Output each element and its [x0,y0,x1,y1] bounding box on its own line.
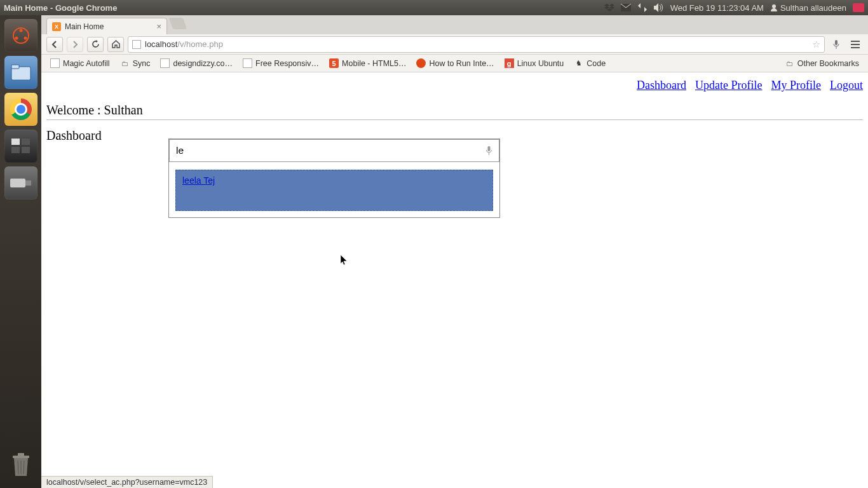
bookmark-free-responsive[interactable]: Free Responsiv… [239,57,323,70]
launcher-chrome[interactable] [4,93,37,126]
page-nav: Dashboard Update Profile My Profile Logo… [637,79,863,92]
tab-close-icon[interactable]: × [156,22,161,31]
other-bookmarks[interactable]: 🗀Other Bookmarks [781,57,863,70]
bookmarks-bar: Magic Autofill 🗀Sync designdizzy.co… Fre… [41,55,868,72]
svg-rect-15 [18,453,24,456]
svg-rect-23 [488,146,491,151]
search-input[interactable] [176,140,480,161]
autocomplete-item[interactable]: leela Tej [175,170,493,211]
system-tray: Wed Feb 19 11:23:04 AM Sulthan allaudeen [604,3,864,13]
html5-icon: 5 [329,58,339,68]
launcher-files[interactable] [4,56,37,89]
svg-rect-21 [851,44,860,45]
status-bar: localhost/v/select_ac.php?username=vmc12… [41,476,213,488]
launcher-dash-home[interactable] [4,19,37,52]
autocomplete-link[interactable]: leela Tej [182,175,215,186]
nav-dashboard[interactable]: Dashboard [637,79,686,92]
page-icon [160,58,170,68]
xampp-favicon-icon: X [52,22,61,31]
browser-toolbar: localhost/v/home.php ☆ [41,34,868,55]
browser-tab[interactable]: X Main Home × [46,18,167,34]
tab-strip: X Main Home × [41,15,868,34]
nav-update-profile[interactable]: Update Profile [695,79,762,92]
svg-rect-19 [835,40,837,45]
nav-logout[interactable]: Logout [830,79,863,92]
mic-icon[interactable] [485,146,492,156]
welcome-text: Welcome : Sulthan [46,103,143,118]
launcher-removable-device[interactable] [4,166,37,200]
bookmark-magic-autofill[interactable]: Magic Autofill [46,57,114,70]
chess-icon: ♞ [574,58,583,68]
address-bar[interactable]: localhost/v/home.php ☆ [128,36,825,53]
chrome-window: X Main Home × localhost/v/home.php ☆ [41,15,868,488]
bookmark-mobile-html5[interactable]: 5Mobile - HTML5… [325,57,410,70]
url-text: localhost/v/home.php [145,39,808,49]
launcher-workspace-switcher[interactable] [4,130,37,163]
voice-search-icon[interactable] [829,37,844,52]
svg-rect-8 [11,139,20,145]
divider [46,119,863,120]
svg-rect-12 [10,179,25,187]
nav-my-profile[interactable]: My Profile [771,79,822,92]
tab-title: Main Home [65,22,153,31]
svg-rect-20 [851,41,860,42]
power-icon[interactable] [853,3,864,12]
page-icon [243,58,252,68]
user-menu[interactable]: Sulthan allaudeen [770,3,846,13]
mouse-cursor-icon [341,255,348,266]
network-icon[interactable] [637,3,648,13]
search-widget: leela Tej [168,139,500,218]
back-button[interactable] [46,37,63,52]
bookmark-how-to-run[interactable]: How to Run Inte… [412,57,498,70]
bookmark-star-icon[interactable]: ☆ [812,39,820,50]
google-plus-icon: g [505,58,514,68]
svg-rect-22 [851,47,860,48]
bookmark-linux-ubuntu[interactable]: gLinux Ubuntu [501,57,568,70]
clock[interactable]: Wed Feb 19 11:23:04 AM [670,3,764,13]
mail-icon[interactable] [621,3,631,13]
ubuntu-icon [416,58,426,68]
svg-rect-13 [25,180,31,186]
page-info-icon[interactable] [132,40,141,49]
autocomplete-results: leela Tej [169,162,499,217]
folder-icon: 🗀 [120,58,130,68]
folder-icon: 🗀 [785,58,794,68]
svg-point-1 [772,4,776,8]
svg-point-4 [15,37,18,40]
new-tab-button[interactable] [169,18,187,29]
volume-icon[interactable] [654,3,664,13]
svg-rect-9 [22,139,30,145]
page-icon [50,58,60,68]
forward-button[interactable] [67,37,83,52]
svg-point-5 [24,37,27,40]
ubuntu-launcher [0,15,41,488]
svg-rect-11 [22,147,30,153]
svg-point-3 [19,29,22,32]
svg-rect-10 [11,147,20,153]
page-content: Dashboard Update Profile My Profile Logo… [41,72,868,488]
launcher-trash[interactable] [4,449,37,482]
dropbox-icon[interactable] [604,3,614,13]
window-title: Main Home - Google Chrome [4,3,117,13]
chrome-menu-icon[interactable] [848,37,863,52]
search-row [169,139,499,162]
section-title: Dashboard [46,128,102,143]
reload-button[interactable] [87,37,104,52]
home-button[interactable] [107,37,124,52]
bookmark-sync[interactable]: 🗀Sync [116,57,154,70]
bookmark-designdizzy[interactable]: designdizzy.co… [156,57,236,70]
user-name: Sulthan allaudeen [780,3,846,13]
svg-rect-7 [11,65,19,69]
bookmark-code[interactable]: ♞Code [570,57,609,70]
ubuntu-top-panel: Main Home - Google Chrome Wed Feb 19 11:… [0,0,868,15]
